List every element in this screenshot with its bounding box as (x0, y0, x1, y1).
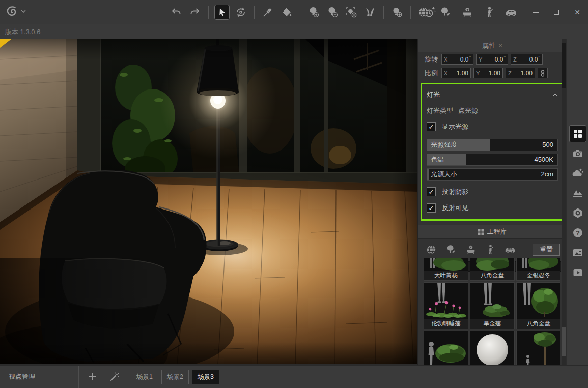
panel-scrollbar[interactable] (562, 39, 566, 365)
properties-tab[interactable]: 属性 × (418, 39, 566, 52)
color-temperature-slider[interactable]: 色温 4500K (427, 154, 558, 166)
source-size-slider[interactable]: 光源大小 2cm (427, 168, 558, 181)
characters-category-icon[interactable] (485, 244, 495, 255)
scrollbar-thumb[interactable] (562, 43, 566, 88)
scale-y-field[interactable]: Y 1.00 (473, 68, 503, 78)
toolbar-separator (383, 6, 384, 19)
source-size-slider-fill (427, 169, 429, 180)
add-light-button[interactable] (390, 5, 404, 19)
eyedropper-button[interactable] (261, 5, 275, 19)
library-item[interactable]: 八角金盘 (470, 258, 515, 281)
rotation-x-value: 0.0 (449, 56, 468, 63)
intensity-label: 光照强度 (431, 139, 457, 151)
transform-tool-button[interactable] (234, 5, 248, 19)
axis-label: Z (508, 70, 512, 76)
magic-wand-button[interactable] (105, 368, 124, 386)
thumbnail-row (424, 331, 560, 365)
plant-library-button[interactable] (438, 5, 453, 19)
undo-button[interactable] (169, 5, 183, 19)
color-temperature-value: 4500K (534, 154, 553, 165)
library-item[interactable]: 大叶黄杨 (424, 258, 468, 281)
show-source-row: ✓ 显示光源 (427, 122, 558, 132)
rotation-x-field[interactable]: X 0.0 ° (441, 54, 473, 65)
axis-label: Z (513, 56, 517, 63)
sidebar-camera-button[interactable] (570, 145, 586, 162)
furniture-category-icon[interactable] (465, 244, 477, 255)
viewport-3d-scene[interactable] (0, 39, 417, 364)
toolbar-separator (410, 6, 411, 19)
add-plant-button[interactable] (306, 5, 321, 19)
reset-button[interactable]: 重置 (533, 244, 560, 256)
library-item-label: 大叶黄杨 (424, 271, 468, 280)
sidebar-help-button[interactable]: ? (570, 225, 586, 241)
maximize-button[interactable] (550, 6, 563, 19)
character-library-button[interactable] (482, 5, 496, 19)
library-item[interactable]: 金银忍冬 (516, 258, 560, 281)
scale-label: 比例 (425, 69, 439, 78)
properties-close-icon[interactable]: × (498, 42, 502, 49)
sidebar-weather-button[interactable] (570, 165, 586, 182)
remove-plant-button[interactable] (325, 5, 340, 19)
viewpoint-manager-button[interactable]: 视点管理 (0, 366, 79, 388)
close-button[interactable]: ✕ (571, 6, 584, 19)
material-library-button[interactable] (416, 5, 431, 19)
scale-z-field[interactable]: Z 1.00 (506, 68, 535, 78)
reflection-visible-checkbox[interactable]: ✓ (427, 203, 436, 213)
sidebar-library-button[interactable] (570, 126, 586, 142)
redo-button[interactable] (188, 5, 202, 19)
furniture-library-button[interactable] (460, 5, 474, 19)
paint-bucket-button[interactable] (279, 5, 294, 19)
vehicles-category-icon[interactable] (504, 244, 516, 255)
sidebar-terrain-button[interactable] (570, 185, 586, 201)
app-menu[interactable] (5, 5, 26, 18)
axis-label: X (444, 70, 447, 76)
rotation-y-value: 0.0 (483, 56, 503, 63)
uniform-scale-link-icon[interactable] (538, 68, 548, 78)
light-section-header[interactable]: 灯光 (427, 89, 558, 100)
viewpoint-manager-label: 视点管理 (9, 372, 35, 381)
library-item[interactable] (470, 331, 515, 365)
grass-brush-button[interactable] (363, 5, 377, 19)
select-tool-button[interactable] (215, 5, 229, 19)
rendered-scene (0, 39, 417, 364)
library-item[interactable]: 八角金盘 (516, 282, 560, 329)
titlebar: ✕ (0, 0, 588, 24)
bottom-bar: 视点管理 场景1 场景2 场景3 (0, 365, 588, 388)
rotation-y-field[interactable]: Y 0.0 ° (476, 54, 508, 65)
scene-tabs: 场景1 场景2 场景3 (131, 370, 219, 384)
scene-tab-1[interactable]: 场景1 (131, 370, 158, 384)
minimize-button[interactable] (529, 6, 542, 19)
collapse-chevron-icon[interactable] (552, 93, 558, 97)
scale-x-field[interactable]: X 1.00 (441, 68, 471, 78)
cast-shadow-checkbox[interactable]: ✓ (427, 187, 436, 196)
source-size-value: 2cm (541, 169, 553, 180)
color-temperature-label: 色温 (431, 154, 444, 165)
library-item[interactable]: 伦勃朗睡莲 (424, 282, 468, 329)
light-type-value[interactable]: 点光源 (458, 106, 478, 115)
reflection-visible-row: ✓ 反射可见 (427, 203, 558, 213)
library-header[interactable]: 工程库 (418, 225, 566, 239)
scatter-plant-button[interactable] (344, 5, 358, 19)
library-thumbnails: 大叶黄杨 八角金盘 金银忍冬 (424, 258, 560, 365)
properties-title: 属性 (482, 41, 495, 50)
sidebar-video-button[interactable] (570, 264, 586, 281)
add-scene-button[interactable] (83, 368, 101, 386)
toolbar-separator (300, 6, 300, 19)
scene-tab-3[interactable]: 场景3 (192, 370, 219, 384)
cast-shadow-label: 投射阴影 (442, 187, 468, 196)
scrollbar-thumb[interactable] (562, 327, 566, 356)
scene-tab-2[interactable]: 场景2 (161, 370, 189, 384)
show-source-checkbox[interactable]: ✓ (427, 122, 436, 131)
vehicle-library-button[interactable] (504, 5, 518, 19)
rotation-z-field[interactable]: Z 0.0 ° (511, 54, 543, 65)
materials-category-icon[interactable] (426, 244, 437, 255)
library-item[interactable] (516, 331, 560, 365)
sidebar-material-button[interactable] (570, 205, 586, 221)
plants-category-icon[interactable] (445, 244, 457, 255)
library-item[interactable]: 旱金莲 (470, 282, 515, 329)
library-item[interactable] (424, 331, 468, 365)
library-item-label: 八角金盘 (470, 271, 514, 280)
axis-label: X (444, 56, 447, 63)
sidebar-image-button[interactable] (570, 245, 586, 261)
intensity-slider[interactable]: 光照强度 500 (427, 139, 558, 151)
